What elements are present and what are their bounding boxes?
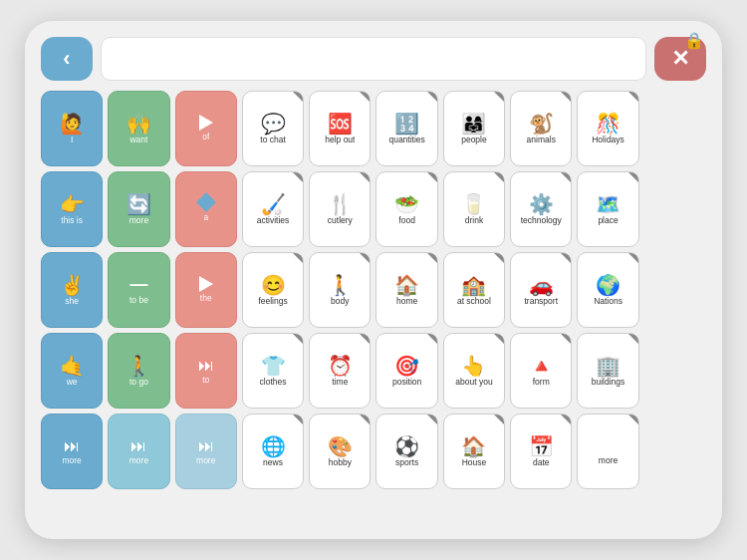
cell-we[interactable]: 🤙we xyxy=(41,333,103,409)
cell-of[interactable]: of xyxy=(175,91,237,166)
cell-house[interactable]: 🏠House xyxy=(443,414,505,489)
cell-quantities[interactable]: 🔢quantities xyxy=(375,91,437,166)
cell-people[interactable]: 👨‍👩‍👧people xyxy=(443,91,505,166)
cell-technology[interactable]: ⚙️technology xyxy=(510,171,572,247)
cell-about-you[interactable]: 👆about you xyxy=(443,333,505,409)
back-button[interactable]: ‹ xyxy=(41,37,93,81)
cell-to-go[interactable]: 🚶to go xyxy=(108,333,169,409)
cell-i[interactable]: 🙋I xyxy=(41,91,103,166)
cell-place[interactable]: 🗺️place xyxy=(577,171,638,247)
top-bar: ‹ ✕ xyxy=(41,37,706,81)
cell-at-school[interactable]: 🏫at school xyxy=(443,252,505,328)
cell-to-chat[interactable]: 💬to chat xyxy=(242,91,304,166)
cell-animals[interactable]: 🐒animals xyxy=(510,91,572,166)
cell-holidays[interactable]: 🎊Holidays xyxy=(577,91,638,166)
cell-the[interactable]: the xyxy=(175,252,237,328)
cell-body[interactable]: 🚶body xyxy=(309,252,371,328)
cell-cutlery[interactable]: 🍴cutlery xyxy=(309,171,371,247)
cell-buildings[interactable]: 🏢buildings xyxy=(577,333,638,409)
cell-help-out[interactable]: 🆘help out xyxy=(309,91,371,166)
cell-more[interactable]: 🔄more xyxy=(108,171,169,247)
cell-more[interactable]: ⏭more xyxy=(41,414,103,489)
cell-nations[interactable]: 🌍Nations xyxy=(577,252,638,328)
cell-food[interactable]: 🥗food xyxy=(375,171,437,247)
cell-position[interactable]: 🎯position xyxy=(375,333,437,409)
cell-time[interactable]: ⏰time xyxy=(309,333,371,409)
cell-date[interactable]: 📅date xyxy=(510,414,572,489)
tablet-frame: 🔒 ‹ ✕ 🙋I🙌wantof💬to chat🆘help out🔢quantit… xyxy=(25,21,722,539)
cell-empty xyxy=(644,252,706,328)
text-display[interactable] xyxy=(101,37,646,81)
cell-drink[interactable]: 🥛drink xyxy=(443,171,505,247)
cell-a[interactable]: a xyxy=(175,171,237,247)
cell-empty xyxy=(644,91,706,166)
cell-more[interactable]: ⏭more xyxy=(175,414,237,489)
symbol-grid: 🙋I🙌wantof💬to chat🆘help out🔢quantities👨‍👩… xyxy=(41,91,706,489)
lock-icon: 🔒 xyxy=(684,31,704,50)
cell-to-be[interactable]: —to be xyxy=(108,252,169,328)
cell-empty xyxy=(644,414,706,489)
cell-more[interactable]: ⏭more xyxy=(108,414,169,489)
cell-activities[interactable]: 🏑activities xyxy=(242,171,304,247)
cell-clothes[interactable]: 👕clothes xyxy=(242,333,304,409)
cell-empty xyxy=(644,333,706,409)
cell-this-is[interactable]: 👉this is xyxy=(41,171,103,247)
cell-transport[interactable]: 🚗transport xyxy=(510,252,572,328)
cell-home[interactable]: 🏠home xyxy=(375,252,437,328)
cell-news[interactable]: 🌐news xyxy=(242,414,304,489)
cell-sports[interactable]: ⚽sports xyxy=(375,414,437,489)
cell-empty xyxy=(644,171,706,247)
cell-to[interactable]: ⏭to xyxy=(175,333,237,409)
cell-hobby[interactable]: 🎨hobby xyxy=(309,414,371,489)
cell-more[interactable]: ⏭more xyxy=(577,414,638,489)
cell-want[interactable]: 🙌want xyxy=(108,91,169,166)
cell-she[interactable]: ✌️she xyxy=(41,252,103,328)
cell-form[interactable]: 🔺form xyxy=(510,333,572,409)
cell-feelings[interactable]: 😊feelings xyxy=(242,252,304,328)
